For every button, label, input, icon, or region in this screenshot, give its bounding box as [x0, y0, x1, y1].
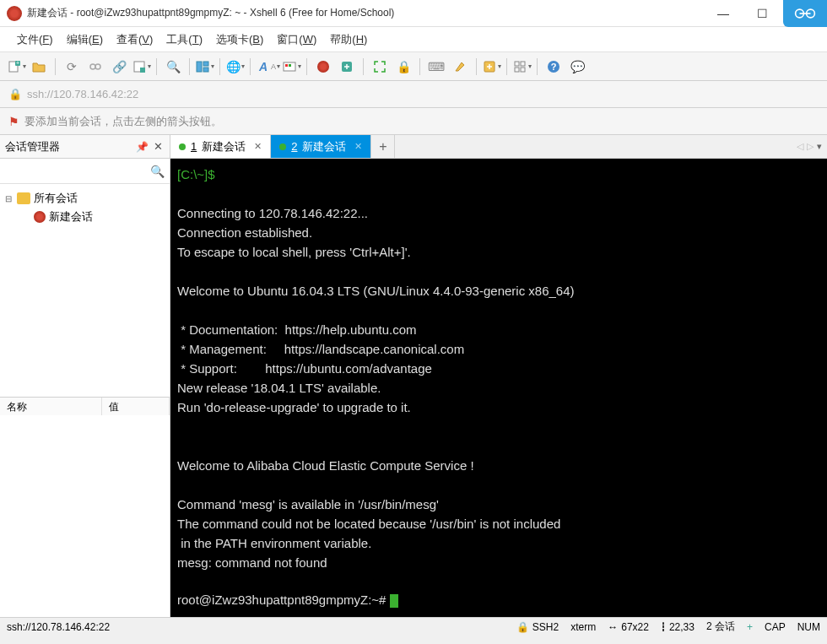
svg-rect-9 — [197, 62, 202, 72]
disconnect-icon — [88, 59, 103, 74]
col-value[interactable]: 值 — [102, 398, 170, 415]
status-num: NUM — [797, 621, 820, 633]
find-button[interactable]: 🔍 — [162, 56, 184, 78]
tab-label: 新建会话 — [202, 139, 246, 154]
session-tree: ⊟ 所有会话 新建会话 — [0, 184, 170, 397]
status-proto: 🔒SSH2 — [516, 621, 559, 633]
svg-rect-17 — [515, 62, 519, 66]
tab-prev-button[interactable]: ◁ — [797, 141, 803, 152]
svg-rect-10 — [203, 62, 208, 66]
xshell-button[interactable] — [312, 56, 334, 78]
position-icon: ┇ — [661, 622, 666, 631]
menu-tools[interactable]: 工具(T) — [159, 29, 209, 51]
lock-icon: 🔒 — [516, 621, 529, 633]
font-button[interactable]: AA▾ — [256, 59, 280, 74]
arrange-button[interactable]: ▾ — [512, 59, 532, 74]
svg-rect-19 — [515, 68, 519, 72]
resize-icon: ↔ — [608, 621, 618, 633]
tab-label: 新建会话 — [302, 139, 346, 154]
refresh-icon: ⟳ — [64, 59, 79, 74]
menubar: 文件(F) 编辑(E) 查看(V) 工具(T) 选项卡(B) 窗口(W) 帮助(… — [0, 27, 827, 52]
highlight-button[interactable] — [449, 56, 471, 78]
menu-edit[interactable]: 编辑(E) — [60, 29, 110, 51]
status-dot-icon — [279, 143, 286, 150]
status-pos: ┇22,33 — [661, 621, 695, 633]
window-title: 新建会话 - root@iZwz93hupattpnt89gmpmyZ: ~ -… — [27, 6, 704, 20]
tab-nav: ◁ ▷ ▾ — [792, 135, 827, 158]
minimize-button[interactable]: — — [704, 0, 743, 27]
expand-icon[interactable]: ⊟ — [3, 194, 14, 203]
new-session-button[interactable]: +▾ — [7, 59, 26, 74]
menu-file[interactable]: 文件(F) — [10, 29, 60, 51]
svg-rect-20 — [521, 68, 525, 72]
menu-tab[interactable]: 选项卡(B) — [209, 29, 270, 51]
keyboard-button[interactable]: ⌨ — [425, 56, 447, 78]
sidebar-title: 会话管理器 — [5, 139, 132, 154]
add-button[interactable]: ▾ — [482, 59, 501, 74]
folder-open-icon — [31, 59, 46, 74]
fullscreen-button[interactable] — [369, 56, 391, 78]
tab-menu-button[interactable]: ▾ — [817, 141, 822, 152]
maximize-button[interactable]: ☐ — [743, 0, 781, 27]
tab-2[interactable]: 2 新建会话 ✕ — [271, 135, 371, 158]
status-plus[interactable]: + — [747, 621, 753, 633]
properties-icon — [132, 59, 147, 74]
terminal[interactable]: [C:\~]$ Connecting to 120.78.146.42:22..… — [170, 159, 827, 617]
titlebar: 新建会话 - root@iZwz93hupattpnt89gmpmyZ: ~ -… — [0, 0, 827, 27]
tab-next-button[interactable]: ▷ — [807, 141, 813, 152]
search-icon: 🔍 — [165, 59, 181, 74]
shell-prompt: root@iZwz93hupattpnt89gmpmyZ:~# — [177, 593, 390, 607]
svg-rect-13 — [285, 64, 288, 67]
col-name[interactable]: 名称 — [0, 398, 102, 415]
lock-icon: 🔒 — [8, 88, 22, 100]
status-cap: CAP — [765, 621, 786, 633]
menu-help[interactable]: 帮助(H) — [323, 29, 374, 51]
open-button[interactable] — [28, 56, 50, 78]
terminal-output: Connecting to 120.78.146.42:22... Connec… — [177, 206, 575, 570]
color-button[interactable]: ▾ — [282, 59, 301, 74]
search-icon: 🔍 — [150, 165, 165, 178]
globe-icon: 🌐 — [225, 59, 241, 74]
chat-icon: 💬 — [570, 59, 585, 74]
content-area: 1 新建会话 ✕ 2 新建会话 ✕ + ◁ ▷ ▾ [C:\~]$ Connec… — [170, 135, 827, 617]
tab-1[interactable]: 1 新建会话 ✕ — [170, 135, 271, 158]
menu-view[interactable]: 查看(V) — [110, 29, 159, 51]
svg-rect-14 — [289, 64, 291, 67]
help-button[interactable]: ? — [543, 56, 565, 78]
tab-close-button[interactable]: ✕ — [354, 141, 362, 152]
tree-session[interactable]: 新建会话 — [20, 208, 166, 226]
lock-button[interactable]: 🔒 — [392, 56, 414, 78]
flag-icon: ⚑ — [8, 115, 19, 128]
cloud-button[interactable] — [783, 0, 827, 27]
new-tab-button[interactable]: + — [371, 135, 395, 158]
link-button[interactable]: 🔗 — [108, 56, 130, 78]
svg-point-5 — [90, 64, 95, 69]
status-address: ssh://120.78.146.42:22 — [7, 621, 505, 633]
svg-rect-18 — [521, 62, 525, 66]
status-term: xterm — [570, 621, 596, 633]
search-input[interactable] — [5, 165, 150, 177]
lock-icon: 🔒 — [396, 59, 411, 74]
tree-root[interactable]: ⊟ 所有会话 — [3, 189, 166, 208]
statusbar: ssh://120.78.146.42:22 🔒SSH2 xterm ↔67x2… — [0, 617, 827, 636]
toolbar: +▾ ⟳ 🔗 ▾ 🔍 ▾ 🌐▾ AA▾ ▾ 🔒 ⌨ ▾ ▾ ? 💬 — [0, 52, 827, 81]
encoding-button[interactable]: 🌐▾ — [225, 59, 245, 74]
layout-button[interactable]: ▾ — [195, 59, 214, 74]
chat-button[interactable]: 💬 — [566, 56, 588, 78]
properties-button[interactable]: ▾ — [132, 59, 151, 74]
keyboard-icon: ⌨ — [429, 59, 444, 74]
sidebar-search: 🔍 — [0, 159, 170, 184]
xshell-icon — [316, 59, 331, 74]
link-icon: 🔗 — [111, 59, 127, 74]
svg-rect-8 — [140, 68, 145, 73]
pin-button[interactable]: 📌 — [136, 141, 149, 153]
reconnect-button[interactable]: ⟳ — [61, 56, 83, 78]
svg-rect-11 — [203, 68, 208, 72]
tab-close-button[interactable]: ✕ — [254, 141, 262, 152]
address-bar[interactable]: 🔒 ssh://120.78.146.42:22 — [0, 81, 827, 108]
xftp-button[interactable] — [336, 56, 358, 78]
menu-window[interactable]: 窗口(W) — [270, 29, 323, 51]
sidebar-close-button[interactable]: ✕ — [152, 140, 165, 153]
disconnect-button[interactable] — [84, 56, 106, 78]
hint-bar: ⚑ 要添加当前会话，点击左侧的箭头按钮。 — [0, 108, 827, 135]
